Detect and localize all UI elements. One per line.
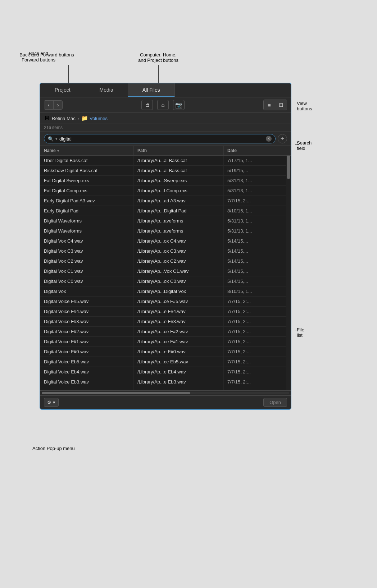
action-popup-button[interactable]: ⚙ ▾	[44, 398, 59, 407]
table-row[interactable]: Digital Voice Eb4.wav/Library/Ap...e Eb4…	[40, 367, 291, 377]
file-date-cell: 7/7/15, 2:...	[224, 387, 291, 390]
file-date-cell: 7/7/15, 2:...	[224, 196, 291, 206]
file-name-cell: Digital Vox C0.wav	[40, 276, 134, 286]
file-path-cell: /Library/Ap...ce F#1.wav	[134, 337, 224, 346]
search-bar: 🔍 ▾ ✕ +	[40, 132, 291, 146]
file-date-cell: 5/31/13, 1...	[224, 216, 291, 226]
tab-project[interactable]: Project	[40, 83, 85, 97]
file-name-cell: Digital Voice F#3.wav	[40, 317, 134, 326]
toolbar: ‹ › 🖥 ⌂ 📷	[40, 97, 291, 113]
file-path-cell: /Library/Ap...e F#4.wav	[134, 307, 224, 316]
search-clear-button[interactable]: ✕	[266, 136, 272, 142]
sort-arrow: ▾	[57, 149, 59, 153]
file-path-cell: /Library/Ap...ox C4.wav	[134, 236, 224, 246]
file-date-cell: 5/14/15,...	[224, 276, 291, 286]
file-rows: Uber Digital Bass.caf/Library/Au...al Ba…	[40, 156, 291, 390]
file-path-cell: /Library/Ap...ce Eb5.wav	[134, 357, 224, 367]
h-scrollbar-thumb[interactable]	[42, 392, 190, 394]
table-row[interactable]: Digital Voice F#5.wav/Library/Ap...ce F#…	[40, 297, 291, 307]
file-path-cell: /Library/Ap...aveforms	[134, 216, 224, 226]
table-row[interactable]: Digital Voice Eb5.wav/Library/Ap...ce Eb…	[40, 357, 291, 367]
file-list-container[interactable]: Name ▾ Path Date Uber Digital Bass.caf/L…	[40, 146, 291, 390]
table-row[interactable]: Uber Digital Bass.caf/Library/Au...al Ba…	[40, 156, 291, 166]
tab-all-files[interactable]: All Files	[128, 83, 175, 97]
annotation-label-back-forward: Back andForward buttons	[15, 50, 62, 63]
table-row[interactable]: Digital Vox C0.wav/Library/Ap...ox C0.wa…	[40, 276, 291, 286]
file-name-cell: Digital Voice F#0.wav	[40, 347, 134, 357]
table-row[interactable]: Digital Voice Eb2.wav/Library/Ap...e Eb2…	[40, 387, 291, 390]
computer-button[interactable]: 🖥	[141, 100, 153, 110]
file-path-cell: /Library/Au...al Bass.caf	[134, 166, 224, 175]
table-row[interactable]: Fat Digital Sweep.exs/Library/Ap...Sweep…	[40, 176, 291, 186]
col-header-path[interactable]: Path	[134, 146, 224, 155]
tab-media[interactable]: Media	[85, 83, 128, 97]
annotation-search-field: Search field	[297, 140, 312, 151]
annotation-action-popup: Action Pop-up menu	[32, 446, 75, 451]
file-path-cell: /Library/Ap...e Eb4.wav	[134, 367, 224, 377]
table-row[interactable]: Digital Voice F#0.wav/Library/Ap...e F#0…	[40, 347, 291, 357]
file-name-cell: Fat Digital Sweep.exs	[40, 176, 134, 185]
bottom-bar: ⚙ ▾ Open	[40, 395, 291, 409]
table-row[interactable]: Digital Voice F#3.wav/Library/Ap...e F#3…	[40, 317, 291, 327]
annotation-view-buttons: View buttons	[297, 101, 312, 111]
horizontal-scrollbar[interactable]	[40, 390, 291, 395]
table-row[interactable]: Digital Voice F#2.wav/Library/Ap...ce F#…	[40, 327, 291, 337]
column-headers: Name ▾ Path Date	[40, 146, 291, 156]
file-name-cell: Early Digital Pad A3.wav	[40, 196, 134, 206]
table-row[interactable]: Digital Voice Eb3.wav/Library/Ap...e Eb3…	[40, 377, 291, 387]
annotation-line-search	[295, 144, 299, 145]
col-header-name[interactable]: Name ▾	[40, 146, 134, 155]
file-name-cell: Digital Voice F#2.wav	[40, 327, 134, 336]
file-name-cell: Digital Voice Eb5.wav	[40, 357, 134, 367]
forward-button[interactable]: ›	[54, 101, 63, 109]
back-button[interactable]: ‹	[44, 101, 54, 109]
item-count: 216 items	[44, 125, 63, 130]
h-scrollbar-track[interactable]	[42, 392, 289, 394]
file-name-cell: Digital Voice F#4.wav	[40, 307, 134, 316]
search-input-wrapper[interactable]: 🔍 ▾ ✕	[44, 134, 276, 143]
breadcrumb-bar: 🖥 Retina Mac › 📁 Volumes	[40, 113, 291, 124]
breadcrumb-folder-label: Volumes	[90, 116, 108, 121]
column-view-button[interactable]: ⊞	[275, 100, 287, 110]
file-path-cell: /Library/Ap...ad A3.wav	[134, 196, 224, 206]
list-view-icon: ≡	[268, 102, 271, 108]
computer-breadcrumb-icon: 🖥	[44, 115, 50, 121]
file-path-cell: /Library/Ap...e F#0.wav	[134, 347, 224, 357]
table-row[interactable]: Digital Voice F#4.wav/Library/Ap...e F#4…	[40, 307, 291, 317]
list-view-button[interactable]: ≡	[264, 100, 275, 110]
file-path-cell: /Library/Au...al Bass.caf	[134, 156, 224, 165]
file-name-cell: Digital Vox C4.wav	[40, 236, 134, 246]
breadcrumb-computer[interactable]: Retina Mac	[52, 116, 76, 121]
gear-icon: ⚙	[47, 400, 51, 405]
scrollbar-track[interactable]	[286, 146, 291, 390]
file-name-cell: Digital Waveforms	[40, 216, 134, 226]
action-arrow-icon: ▾	[53, 400, 55, 405]
file-path-cell: /Library/Ap...ce F#5.wav	[134, 297, 224, 306]
file-date-cell: 7/7/15, 2:...	[224, 367, 291, 377]
project-button[interactable]: 📷	[173, 100, 185, 110]
search-dropdown-arrow[interactable]: ▾	[55, 137, 58, 141]
file-path-cell: /Library/Ap...Sweep.exs	[134, 176, 224, 185]
col-name-label: Name	[44, 148, 56, 153]
search-input[interactable]	[59, 136, 264, 142]
file-path-cell: /Library/Ap...ox C0.wav	[134, 276, 224, 286]
search-add-button[interactable]: +	[278, 134, 287, 143]
table-row[interactable]: Digital Vox C3.wav/Library/Ap...ox C3.wa…	[40, 246, 291, 256]
table-row[interactable]: Digital Vox C4.wav/Library/Ap...ox C4.wa…	[40, 236, 291, 246]
table-row[interactable]: Digital Vox C2.wav/Library/Ap...ox C2.wa…	[40, 256, 291, 266]
table-row[interactable]: Early Digital Pad/Library/Ap...Digital P…	[40, 206, 291, 216]
breadcrumb-folder[interactable]: 📁 Volumes	[81, 115, 108, 121]
table-row[interactable]: Digital Vox/Library/Ap...Digital Vox8/10…	[40, 286, 291, 297]
table-row[interactable]: Fat Digital Comp.exs/Library/Ap...l Comp…	[40, 186, 291, 196]
file-date-cell: 5/31/13, 1...	[224, 186, 291, 196]
col-header-date[interactable]: Date	[224, 146, 291, 155]
file-path-cell: /Library/Ap...e Eb2.wav	[134, 387, 224, 390]
home-button[interactable]: ⌂	[157, 100, 169, 110]
file-path-cell: /Library/Ap...Digital Pad	[134, 206, 224, 216]
table-row[interactable]: Digital Waveforms/Library/Ap...aveforms5…	[40, 216, 291, 226]
table-row[interactable]: Early Digital Pad A3.wav/Library/Ap...ad…	[40, 196, 291, 206]
table-row[interactable]: Digital Vox C1.wav/Library/Ap...Vox C1.w…	[40, 266, 291, 276]
table-row[interactable]: Digital Waveforms/Library/Ap...aveforms5…	[40, 226, 291, 236]
table-row[interactable]: Digital Voice F#1.wav/Library/Ap...ce F#…	[40, 337, 291, 347]
table-row[interactable]: Rickshaw Digital Bass.caf/Library/Au...a…	[40, 166, 291, 176]
